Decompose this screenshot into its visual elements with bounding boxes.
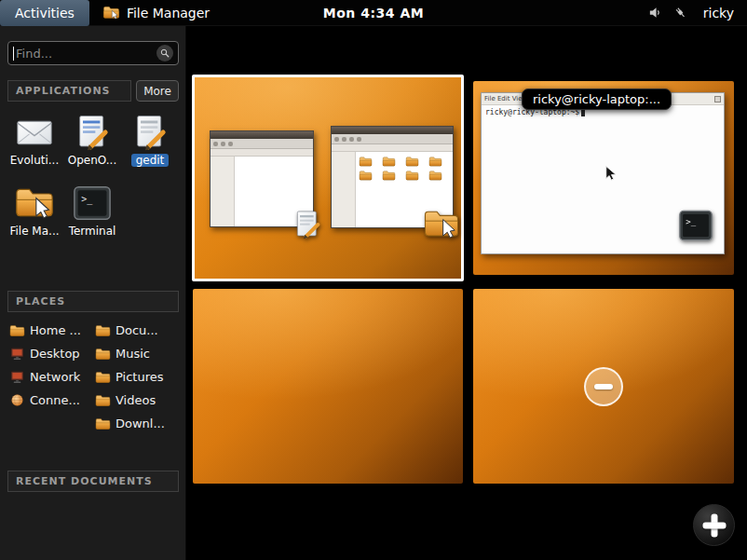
app-label: Evoluti... bbox=[10, 154, 59, 167]
workspace-1-active[interactable] bbox=[192, 75, 464, 281]
place-item-documents[interactable]: Docu... bbox=[95, 319, 165, 342]
search-icon bbox=[159, 48, 170, 59]
openoffice-icon bbox=[72, 114, 113, 151]
window-sidepane bbox=[211, 157, 235, 226]
app-label: File Ma... bbox=[9, 225, 59, 238]
window-pathbar bbox=[332, 144, 453, 152]
place-label: Downl... bbox=[115, 417, 165, 430]
place-label: Home ... bbox=[30, 323, 81, 337]
app-item-file-manager[interactable]: File Ma... bbox=[6, 181, 63, 252]
activities-button[interactable]: Activities bbox=[0, 0, 89, 26]
window-thumbnail-file-manager-2[interactable] bbox=[331, 126, 454, 228]
app-item-evolution[interactable]: Evoluti... bbox=[6, 110, 63, 181]
status-area: ricky bbox=[647, 5, 747, 20]
app-menu-label: File Manager bbox=[127, 6, 210, 20]
remove-workspace-button[interactable] bbox=[584, 367, 623, 406]
window-toolbar bbox=[211, 139, 313, 149]
app-item-terminal[interactable]: Terminal bbox=[63, 181, 121, 252]
file-manager-icon bbox=[102, 5, 120, 20]
place-item-videos[interactable]: Videos bbox=[95, 389, 165, 412]
window-toolbar bbox=[332, 134, 453, 144]
music-folder-icon bbox=[95, 347, 111, 361]
place-item-music[interactable]: Music bbox=[95, 342, 165, 365]
folder-icon bbox=[428, 156, 442, 167]
places-list: Home ... Desktop Network Conne... bbox=[9, 319, 183, 435]
place-label: Docu... bbox=[115, 323, 158, 337]
file-icon-grid bbox=[356, 152, 453, 184]
recent-documents-header: RECENT DOCUMENTS bbox=[7, 471, 179, 492]
volume-icon[interactable] bbox=[647, 5, 663, 20]
terminal-icon bbox=[72, 184, 113, 222]
place-item-desktop[interactable]: Desktop bbox=[9, 342, 95, 365]
place-item-home[interactable]: Home ... bbox=[9, 319, 95, 342]
gedit-icon bbox=[292, 210, 322, 239]
place-label: Desktop bbox=[30, 347, 80, 361]
window-titlebar bbox=[332, 127, 453, 134]
minus-icon bbox=[594, 384, 613, 389]
app-menu[interactable]: File Manager bbox=[102, 5, 210, 20]
top-bar: Activities File Manager Mon 4:34 AM rick… bbox=[0, 0, 747, 26]
place-label: Videos bbox=[115, 393, 156, 407]
mouse-cursor bbox=[602, 163, 619, 184]
place-item-downloads[interactable]: Downl... bbox=[95, 412, 165, 435]
pictures-folder-icon bbox=[95, 370, 111, 384]
add-workspace-button[interactable] bbox=[693, 504, 735, 546]
window-tooltip: ricky@ricky-laptop:... bbox=[522, 89, 672, 110]
desktop-icon bbox=[9, 347, 25, 361]
app-label: Terminal bbox=[69, 225, 116, 238]
globe-icon bbox=[9, 393, 25, 407]
folder-icon bbox=[405, 156, 419, 167]
applications-grid: Evoluti... OpenO... gedit File Ma... Ter… bbox=[6, 110, 183, 252]
clock[interactable]: Mon 4:34 AM bbox=[323, 6, 424, 20]
workspace-4[interactable] bbox=[473, 289, 734, 484]
plus-icon bbox=[702, 522, 726, 528]
folder-icon bbox=[382, 170, 396, 181]
text-caret bbox=[13, 47, 14, 61]
applications-header: APPLICATIONS bbox=[7, 80, 131, 102]
window-thumbnail-file-manager-1[interactable] bbox=[210, 130, 314, 227]
home-folder-icon bbox=[9, 323, 25, 337]
terminal-icon bbox=[677, 209, 714, 242]
app-item-gedit[interactable]: gedit bbox=[121, 110, 179, 181]
window-titlebar bbox=[211, 131, 313, 139]
evolution-mail-icon bbox=[14, 114, 55, 151]
places-header: PLACES bbox=[7, 291, 179, 312]
videos-folder-icon bbox=[95, 393, 111, 407]
gedit-icon bbox=[129, 114, 170, 151]
downloads-folder-icon bbox=[95, 417, 111, 430]
network-places-icon bbox=[9, 370, 25, 384]
file-manager-icon bbox=[423, 207, 460, 241]
place-label: Network bbox=[30, 370, 80, 384]
search-button[interactable] bbox=[156, 45, 173, 61]
documents-folder-icon bbox=[95, 323, 111, 337]
folder-icon bbox=[382, 156, 396, 167]
folder-icon bbox=[428, 170, 442, 181]
place-item-pictures[interactable]: Pictures bbox=[95, 365, 165, 389]
folder-icon bbox=[359, 170, 373, 181]
network-icon[interactable] bbox=[672, 5, 688, 20]
overview-sidebar: APPLICATIONS More Evoluti... OpenO... ge… bbox=[0, 26, 186, 560]
folder-icon bbox=[359, 156, 373, 167]
gnome-shell-activities-overview: Activities File Manager Mon 4:34 AM rick… bbox=[0, 0, 747, 560]
place-label: Conne... bbox=[30, 393, 80, 407]
user-menu[interactable]: ricky bbox=[703, 6, 734, 20]
workspace-3[interactable] bbox=[193, 289, 463, 484]
app-label-selected: gedit bbox=[131, 154, 170, 167]
close-icon bbox=[714, 96, 721, 102]
folder-icon bbox=[405, 170, 419, 181]
search-input[interactable] bbox=[16, 47, 156, 61]
window-sidepane bbox=[332, 152, 356, 227]
place-item-connect[interactable]: Conne... bbox=[9, 389, 95, 412]
more-applications-button[interactable]: More bbox=[136, 80, 179, 102]
place-label: Pictures bbox=[115, 370, 163, 384]
search-box[interactable] bbox=[7, 41, 179, 65]
activities-label: Activities bbox=[15, 6, 75, 20]
window-pathbar bbox=[211, 149, 313, 157]
place-label: Music bbox=[115, 347, 150, 361]
app-label: OpenO... bbox=[68, 154, 116, 167]
file-manager-icon bbox=[14, 184, 55, 222]
app-item-openoffice[interactable]: OpenO... bbox=[63, 110, 121, 181]
place-item-network[interactable]: Network bbox=[9, 365, 95, 389]
